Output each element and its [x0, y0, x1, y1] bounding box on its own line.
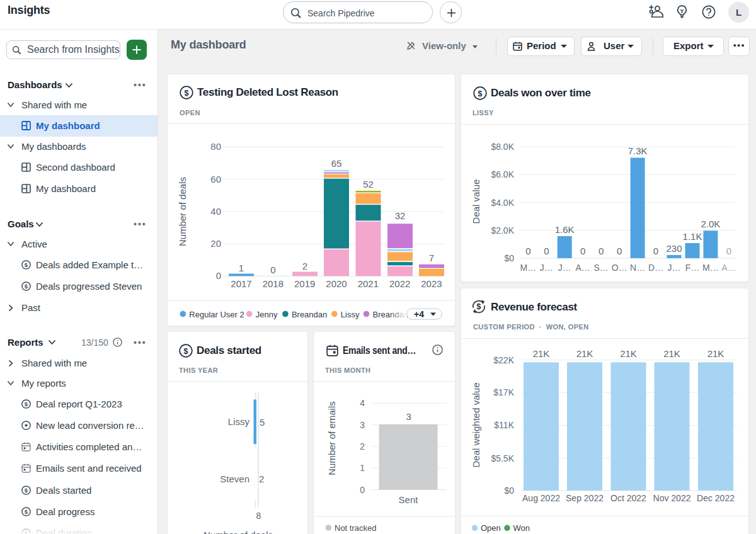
svg-text:$: $: [25, 487, 28, 494]
svg-text:52: 52: [363, 179, 374, 190]
svg-text:M…: M…: [520, 263, 536, 273]
svg-text:Sep 2022: Sep 2022: [566, 493, 604, 503]
svg-text:Lissy: Lissy: [341, 310, 360, 319]
svg-text:20: 20: [210, 238, 221, 249]
svg-text:A…: A…: [721, 263, 736, 273]
svg-text:$: $: [477, 302, 481, 311]
svg-text:$4.0K: $4.0K: [491, 198, 514, 208]
svg-text:Won: Won: [513, 523, 530, 533]
svg-text:2023: 2023: [421, 278, 442, 289]
svg-text:Number of emails: Number of emails: [326, 401, 337, 475]
svg-text:21K: 21K: [707, 348, 724, 359]
svg-text:1: 1: [239, 263, 244, 273]
svg-text:Deal value: Deal value: [471, 179, 481, 224]
svg-text:2021: 2021: [358, 278, 379, 289]
svg-text:$: $: [478, 89, 483, 98]
svg-text:$: $: [25, 261, 28, 268]
svg-text:$0: $0: [504, 486, 514, 496]
svg-text:Regular User 2: Regular User 2: [189, 310, 244, 319]
svg-text:230: 230: [666, 243, 682, 254]
svg-text:F…: F…: [685, 263, 700, 273]
svg-text:0: 0: [270, 264, 275, 275]
svg-text:2017: 2017: [231, 278, 251, 289]
svg-text:$17K: $17K: [493, 387, 514, 397]
svg-text:2.0K: 2.0K: [701, 219, 720, 229]
svg-text:0: 0: [653, 246, 658, 256]
svg-text:0: 0: [580, 246, 585, 256]
svg-text:Aug 2022: Aug 2022: [522, 493, 560, 503]
svg-text:Not tracked: Not tracked: [335, 523, 376, 533]
svg-text:J…: J…: [540, 263, 553, 273]
svg-text:21K: 21K: [533, 348, 550, 359]
svg-text:21K: 21K: [620, 348, 637, 359]
svg-text:0: 0: [726, 246, 731, 256]
svg-text:$5.5K: $5.5K: [491, 453, 514, 463]
svg-text:Oct 2022: Oct 2022: [610, 493, 646, 503]
svg-text:$: $: [25, 508, 28, 515]
svg-text:2020: 2020: [326, 278, 346, 289]
svg-text:Jenny: Jenny: [256, 310, 278, 319]
svg-text:$2.0K: $2.0K: [491, 225, 514, 236]
svg-text:1: 1: [360, 463, 365, 473]
svg-text:40: 40: [210, 206, 221, 217]
svg-text:1.6K: 1.6K: [555, 224, 575, 235]
svg-text:32: 32: [395, 210, 406, 221]
svg-text:21K: 21K: [576, 348, 593, 359]
svg-text:Breandan: Breandan: [292, 310, 327, 319]
svg-text:Sent: Sent: [399, 494, 419, 505]
svg-text:Deal weighted value: Deal weighted value: [471, 382, 481, 467]
svg-text:D…: D…: [648, 263, 663, 273]
svg-text:$22K: $22K: [493, 355, 514, 365]
svg-text:2022: 2022: [389, 278, 410, 289]
svg-text:60: 60: [210, 174, 221, 185]
svg-text:1.1K: 1.1K: [683, 231, 702, 242]
svg-text:8: 8: [256, 511, 261, 521]
svg-text:Steven: Steven: [220, 474, 249, 484]
svg-text:0: 0: [360, 485, 365, 495]
svg-text:$8.0K: $8.0K: [491, 142, 514, 152]
svg-text:65: 65: [331, 158, 342, 169]
svg-text:$: $: [25, 401, 28, 407]
svg-text:80: 80: [210, 141, 221, 152]
svg-text:S…: S…: [594, 263, 609, 273]
svg-text:2: 2: [302, 261, 307, 271]
svg-text:J…: J…: [558, 263, 571, 273]
svg-text:3: 3: [360, 420, 365, 430]
svg-text:7: 7: [429, 253, 434, 263]
svg-text:5: 5: [260, 417, 265, 428]
svg-text:2019: 2019: [294, 278, 315, 289]
svg-text:+4: +4: [414, 309, 424, 319]
svg-text:$11K: $11K: [494, 420, 514, 430]
svg-text:21K: 21K: [663, 348, 680, 359]
svg-text:Lissy: Lissy: [228, 416, 250, 427]
svg-text:$: $: [184, 347, 188, 356]
svg-text:2018: 2018: [263, 278, 284, 289]
svg-text:Dec 2022: Dec 2022: [697, 493, 735, 503]
svg-text:$: $: [185, 89, 189, 98]
svg-text:0: 0: [525, 246, 530, 256]
svg-text:3: 3: [406, 411, 411, 422]
svg-text:O…: O…: [612, 263, 627, 273]
svg-text:Nov 2022: Nov 2022: [653, 493, 691, 503]
svg-text:Number of deals: Number of deals: [203, 530, 273, 534]
svg-text:4: 4: [360, 398, 365, 408]
svg-text:A…: A…: [576, 263, 590, 273]
svg-text:0: 0: [544, 246, 549, 256]
svg-text:N…: N…: [630, 263, 645, 273]
svg-text:0: 0: [598, 246, 604, 256]
svg-text:7.3K: 7.3K: [628, 145, 648, 156]
svg-text:$6.0K: $6.0K: [491, 169, 514, 179]
svg-text:$0: $0: [504, 253, 514, 263]
svg-text:0: 0: [216, 270, 221, 281]
svg-text:$: $: [25, 283, 28, 290]
svg-text:M…: M…: [702, 263, 719, 273]
svg-text:Number of deals: Number of deals: [177, 177, 188, 246]
svg-text:J…: J…: [668, 263, 681, 273]
svg-text:2: 2: [360, 441, 365, 452]
svg-text:2: 2: [259, 474, 264, 484]
svg-text:Open: Open: [481, 523, 501, 533]
svg-text:0: 0: [617, 246, 622, 256]
